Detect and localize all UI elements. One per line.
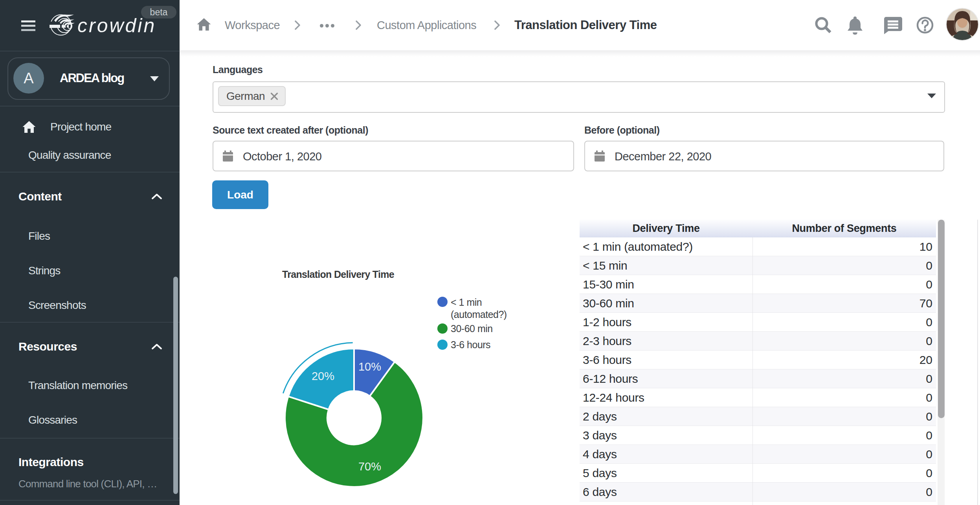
svg-text:70%: 70%	[358, 460, 381, 473]
svg-text:20%: 20%	[312, 370, 334, 382]
svg-text:10%: 10%	[358, 360, 381, 373]
